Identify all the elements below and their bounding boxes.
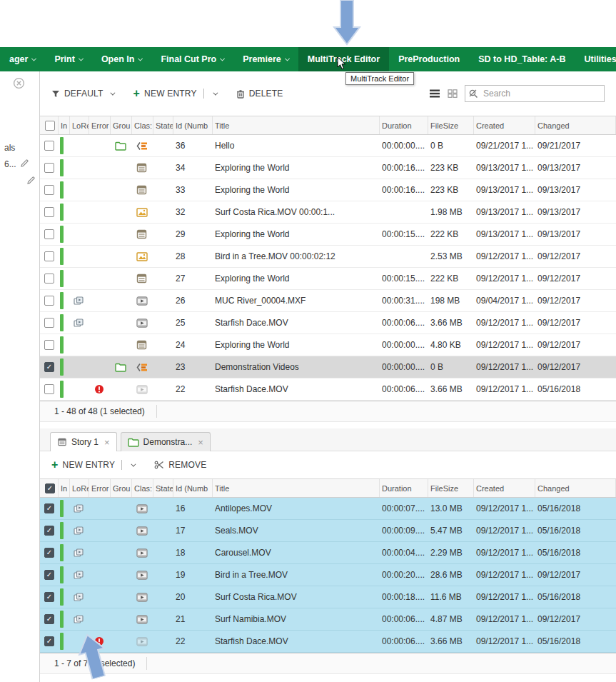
row-checkbox[interactable] — [44, 207, 54, 217]
table-row[interactable]: 22Starfish Dace.MOV00:00:06....3.66 MB09… — [40, 378, 616, 401]
table-row[interactable]: 27Exploring the World00:00:15....222 KB0… — [40, 268, 616, 290]
table-row[interactable]: ✓20Surf Costa Rica.MOV00:00:18....11.6 M… — [40, 586, 616, 608]
new-entry-button[interactable]: + NEW ENTRY — [133, 89, 216, 99]
row-checkbox[interactable] — [44, 296, 54, 306]
row-checkbox[interactable]: ✓ — [44, 362, 54, 372]
table-row[interactable]: ✓19Bird in a Tree.MOV00:00:20....28.6 MB… — [40, 564, 616, 586]
column-header-filesize[interactable]: FileSize — [428, 116, 474, 134]
cell-online — [59, 542, 70, 563]
column-header-created[interactable]: Created — [474, 479, 535, 497]
table-row[interactable]: ✓16Antilopes.MOV00:00:07....13.0 MB09/12… — [40, 498, 616, 520]
table-row[interactable]: 24Exploring the World00:00:00....4.80 KB… — [40, 334, 616, 356]
column-header-state[interactable]: State — [153, 116, 173, 134]
column-header-in[interactable]: In — [59, 116, 70, 134]
column-header-error[interactable]: Error — [89, 479, 111, 497]
column-header-title[interactable]: Title — [213, 479, 380, 497]
row-checkbox[interactable] — [44, 274, 54, 284]
cell-state — [153, 179, 173, 201]
column-header-duration[interactable]: Duration — [380, 116, 428, 134]
row-checkbox[interactable]: ✓ — [44, 636, 54, 646]
menu-item-ager[interactable]: ager — [0, 47, 45, 71]
menu-item-preproduction[interactable]: PreProduction — [389, 47, 469, 71]
video-icon — [136, 571, 148, 580]
column-header-grou[interactable]: Grou — [111, 116, 132, 134]
menu-item-print[interactable]: Print — [45, 47, 91, 71]
table-row[interactable]: ✓17Seals.MOV00:00:09....5.47 MB09/12/201… — [40, 520, 616, 542]
row-checkbox[interactable] — [44, 340, 54, 350]
column-header-filesize[interactable]: FileSize — [428, 479, 474, 497]
column-header-id-numb[interactable]: Id (Numb — [173, 479, 213, 497]
menu-item-premiere[interactable]: Premiere — [233, 47, 298, 71]
mouse-cursor — [337, 56, 346, 70]
column-header-changed[interactable]: Changed — [535, 479, 616, 497]
table-row[interactable]: 25Starfish Dace.MOV00:00:06....3.66 MB09… — [40, 312, 616, 334]
table-row[interactable]: 26MUC River_00004.MXF00:00:31....198 MB0… — [40, 290, 616, 312]
cell-created: 09/13/2017 1... — [474, 179, 535, 201]
table-row[interactable]: 29Exploring the World00:00:15....222 KB0… — [40, 224, 616, 246]
edit-pencil-icon[interactable] — [20, 159, 29, 170]
row-checkbox[interactable]: ✓ — [44, 592, 54, 602]
delete-button[interactable]: DELETE — [236, 89, 283, 99]
column-header-state[interactable]: State — [153, 479, 173, 497]
row-checkbox[interactable]: ✓ — [44, 570, 54, 580]
column-header-lore[interactable]: LoRe — [70, 479, 89, 497]
row-checkbox[interactable] — [44, 384, 54, 394]
row-checkbox[interactable] — [44, 229, 54, 239]
column-header-grou[interactable]: Grou — [111, 479, 132, 497]
row-checkbox[interactable] — [44, 185, 54, 195]
cell-checkbox — [40, 201, 59, 223]
row-checkbox[interactable] — [44, 163, 54, 173]
tab-close-icon[interactable]: × — [198, 437, 203, 448]
video-icon — [136, 385, 148, 394]
table-row[interactable]: ✓22Starfish Dace.MOV00:00:06....3.66 MB0… — [40, 631, 616, 653]
table-row[interactable]: 34Exploring the World00:00:16....223 KB0… — [40, 157, 616, 179]
collection-tab-story-1[interactable]: Story 1× — [50, 432, 117, 451]
column-header-created[interactable]: Created — [474, 116, 535, 134]
edit-pencil-icon[interactable] — [26, 175, 36, 187]
row-checkbox[interactable]: ✓ — [44, 614, 54, 624]
table-row[interactable]: 28Bird in a Tree.MOV 00:00:02:122.53 MB0… — [40, 246, 616, 268]
grid-view-button[interactable] — [448, 89, 458, 98]
column-header-error[interactable]: Error — [89, 116, 111, 134]
row-checkbox[interactable] — [44, 251, 54, 261]
cell-duration: 00:00:06.... — [380, 631, 428, 652]
cell-changed: 09/12/2017 — [535, 564, 616, 586]
table-row[interactable]: 33Exploring the World00:00:16....223 KB0… — [40, 179, 616, 201]
column-header-lore[interactable]: LoRe — [70, 116, 89, 134]
column-header-duration[interactable]: Duration — [380, 479, 428, 497]
menu-item-final-cut-pro[interactable]: Final Cut Pro — [151, 47, 233, 71]
table-row[interactable]: ✓23Demonstration Videos00:00:00....0 B09… — [40, 356, 616, 378]
new-entry-button[interactable]: + NEW ENTRY — [51, 460, 134, 470]
cell-class — [132, 246, 153, 267]
column-header-in[interactable]: In — [59, 479, 70, 497]
table-row[interactable]: 32Surf Costa Rica.MOV 00:00:1...1.98 MB0… — [40, 201, 616, 224]
list-view-button[interactable] — [429, 89, 440, 98]
column-header-clas[interactable]: Clas: — [132, 116, 153, 134]
header-checkbox[interactable]: ✓ — [45, 483, 55, 493]
column-header-clas[interactable]: Clas: — [132, 479, 153, 497]
cell-duration: 00:00:31.... — [380, 290, 428, 311]
menu-item-utilities[interactable]: Utilities — [575, 47, 616, 71]
menu-item-open-in[interactable]: Open In — [92, 47, 152, 71]
collection-tab-demonstra[interactable]: Demonstra...× — [121, 432, 211, 451]
row-checkbox[interactable] — [44, 318, 54, 328]
search-input[interactable] — [482, 88, 601, 99]
row-checkbox[interactable]: ✓ — [44, 548, 54, 558]
menu-item-sd-to-hd-table-a-b[interactable]: SD to HD_Table: A-B — [469, 47, 575, 71]
row-checkbox[interactable] — [44, 141, 54, 151]
filter-default-button[interactable]: DEFAULT — [51, 89, 113, 99]
cell-filesize: 222 KB — [428, 224, 474, 245]
column-header-id-numb[interactable]: Id (Numb — [173, 116, 213, 134]
close-icon[interactable] — [13, 77, 25, 92]
header-checkbox[interactable] — [45, 121, 55, 131]
table-row[interactable]: ✓21Surf Namibia.MOV00:00:06....4.87 MB09… — [40, 608, 616, 631]
chevron-down-icon — [213, 90, 218, 95]
remove-button[interactable]: REMOVE — [154, 460, 206, 470]
table-row[interactable]: 36Hello00:00:00....0 B09/21/2017 1...09/… — [40, 135, 616, 157]
table-row[interactable]: ✓18Carousel.MOV00:00:04....2.29 MB09/12/… — [40, 542, 616, 564]
row-checkbox[interactable]: ✓ — [44, 526, 54, 536]
tab-close-icon[interactable]: × — [104, 437, 110, 448]
row-checkbox[interactable]: ✓ — [44, 503, 54, 513]
column-header-changed[interactable]: Changed — [535, 116, 616, 134]
column-header-title[interactable]: Title — [213, 116, 380, 134]
